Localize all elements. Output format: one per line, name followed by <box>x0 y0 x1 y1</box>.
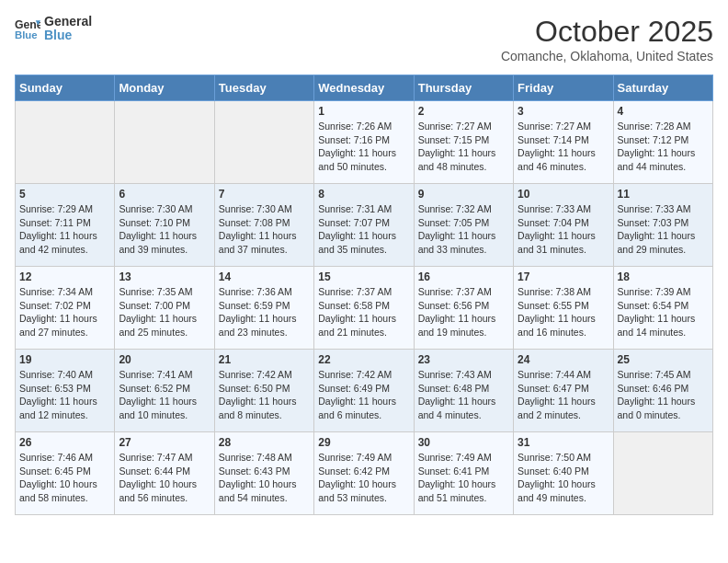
sunset: Sunset: 6:56 PM <box>418 300 490 311</box>
calendar-cell: 12Sunrise: 7:34 AMSunset: 7:02 PMDayligh… <box>16 267 115 350</box>
sunset: Sunset: 6:50 PM <box>219 383 290 394</box>
calendar-cell: 8Sunrise: 7:31 AMSunset: 7:07 PMDaylight… <box>314 184 414 267</box>
calendar-cell: 5Sunrise: 7:29 AMSunset: 7:11 PMDaylight… <box>16 184 115 267</box>
sunset: Sunset: 7:14 PM <box>518 134 589 145</box>
sunrise: Sunrise: 7:30 AM <box>219 203 292 214</box>
daylight: Daylight: 10 hours and 53 minutes. <box>318 478 396 503</box>
day-number: 28 <box>219 436 310 449</box>
daylight: Daylight: 11 hours and 27 minutes. <box>19 313 97 338</box>
calendar-cell: 20Sunrise: 7:41 AMSunset: 6:52 PMDayligh… <box>115 350 214 432</box>
sunrise: Sunrise: 7:30 AM <box>119 203 192 214</box>
daylight: Daylight: 11 hours and 8 minutes. <box>219 396 297 420</box>
calendar-cell: 2Sunrise: 7:27 AMSunset: 7:15 PMDaylight… <box>414 101 513 184</box>
sunset: Sunset: 7:16 PM <box>318 134 390 145</box>
day-info: Sunrise: 7:42 AMSunset: 6:50 PMDaylight:… <box>219 368 310 422</box>
day-header-monday: Monday <box>115 75 214 101</box>
day-number: 1 <box>318 105 409 118</box>
day-info: Sunrise: 7:48 AMSunset: 6:43 PMDaylight:… <box>219 451 310 505</box>
sunrise: Sunrise: 7:29 AM <box>19 203 93 214</box>
daylight: Daylight: 11 hours and 44 minutes. <box>618 147 696 172</box>
day-info: Sunrise: 7:41 AMSunset: 6:52 PMDaylight:… <box>119 368 210 422</box>
daylight: Daylight: 11 hours and 39 minutes. <box>119 230 197 255</box>
sunset: Sunset: 6:41 PM <box>418 465 490 477</box>
day-header-friday: Friday <box>514 75 613 101</box>
calendar-cell: 21Sunrise: 7:42 AMSunset: 6:50 PMDayligh… <box>214 350 313 432</box>
day-header-sunday: Sunday <box>16 75 115 101</box>
sunset: Sunset: 7:10 PM <box>119 217 190 228</box>
calendar-cell: 16Sunrise: 7:37 AMSunset: 6:56 PMDayligh… <box>414 267 513 350</box>
calendar-week-row: 12Sunrise: 7:34 AMSunset: 7:02 PMDayligh… <box>16 267 713 350</box>
sunset: Sunset: 6:55 PM <box>518 300 589 311</box>
sunset: Sunset: 6:40 PM <box>518 465 589 477</box>
day-number: 12 <box>19 270 110 283</box>
day-header-wednesday: Wednesday <box>314 75 414 101</box>
title-block: October 2025 Comanche, Oklahoma, United … <box>501 15 713 63</box>
day-number: 25 <box>618 353 709 366</box>
calendar-body: 1Sunrise: 7:26 AMSunset: 7:16 PMDaylight… <box>16 101 713 515</box>
calendar-cell: 9Sunrise: 7:32 AMSunset: 7:05 PMDaylight… <box>414 184 513 267</box>
sunset: Sunset: 7:05 PM <box>418 217 490 228</box>
day-info: Sunrise: 7:38 AMSunset: 6:55 PMDaylight:… <box>518 285 609 339</box>
calendar-cell: 25Sunrise: 7:45 AMSunset: 6:46 PMDayligh… <box>613 350 712 432</box>
calendar-cell <box>115 101 214 184</box>
day-info: Sunrise: 7:47 AMSunset: 6:44 PMDaylight:… <box>119 451 210 505</box>
sunrise: Sunrise: 7:39 AM <box>618 286 691 297</box>
calendar-cell: 6Sunrise: 7:30 AMSunset: 7:10 PMDaylight… <box>115 184 214 267</box>
sunrise: Sunrise: 7:41 AM <box>119 369 192 380</box>
sunset: Sunset: 7:03 PM <box>618 217 689 228</box>
calendar-cell: 3Sunrise: 7:27 AMSunset: 7:14 PMDaylight… <box>514 101 613 184</box>
sunrise: Sunrise: 7:38 AM <box>518 286 591 297</box>
sunrise: Sunrise: 7:27 AM <box>518 121 591 132</box>
sunrise: Sunrise: 7:35 AM <box>119 286 192 297</box>
sunrise: Sunrise: 7:42 AM <box>219 369 292 380</box>
day-info: Sunrise: 7:40 AMSunset: 6:53 PMDaylight:… <box>19 368 110 422</box>
daylight: Daylight: 11 hours and 48 minutes. <box>418 147 496 172</box>
daylight: Daylight: 11 hours and 50 minutes. <box>318 147 396 172</box>
logo: General Blue General Blue <box>15 15 92 43</box>
day-number: 24 <box>518 353 609 366</box>
sunset: Sunset: 7:02 PM <box>19 300 91 311</box>
day-number: 14 <box>219 270 310 283</box>
daylight: Daylight: 11 hours and 33 minutes. <box>418 230 496 255</box>
sunrise: Sunrise: 7:37 AM <box>418 286 492 297</box>
sunset: Sunset: 6:53 PM <box>19 383 91 394</box>
daylight: Daylight: 11 hours and 35 minutes. <box>318 230 396 255</box>
calendar-cell: 17Sunrise: 7:38 AMSunset: 6:55 PMDayligh… <box>514 267 613 350</box>
day-header-saturday: Saturday <box>613 75 712 101</box>
day-info: Sunrise: 7:39 AMSunset: 6:54 PMDaylight:… <box>618 285 709 339</box>
calendar-week-row: 26Sunrise: 7:46 AMSunset: 6:45 PMDayligh… <box>16 432 713 515</box>
day-info: Sunrise: 7:28 AMSunset: 7:12 PMDaylight:… <box>618 120 709 174</box>
daylight: Daylight: 10 hours and 58 minutes. <box>19 478 97 503</box>
sunrise: Sunrise: 7:36 AM <box>219 286 292 297</box>
daylight: Daylight: 10 hours and 54 minutes. <box>219 478 297 503</box>
day-number: 21 <box>219 353 310 366</box>
sunrise: Sunrise: 7:34 AM <box>19 286 93 297</box>
day-number: 4 <box>618 105 709 118</box>
sunrise: Sunrise: 7:43 AM <box>418 369 492 380</box>
calendar-cell <box>613 432 712 515</box>
day-info: Sunrise: 7:33 AMSunset: 7:04 PMDaylight:… <box>518 202 609 257</box>
sunset: Sunset: 6:45 PM <box>19 465 91 477</box>
day-info: Sunrise: 7:50 AMSunset: 6:40 PMDaylight:… <box>518 451 609 505</box>
logo-icon: General Blue <box>15 16 40 41</box>
sunrise: Sunrise: 7:27 AM <box>418 121 492 132</box>
day-number: 7 <box>219 188 310 201</box>
day-info: Sunrise: 7:33 AMSunset: 7:03 PMDaylight:… <box>618 202 709 257</box>
page-header: General Blue General Blue October 2025 C… <box>15 15 713 63</box>
day-info: Sunrise: 7:36 AMSunset: 6:59 PMDaylight:… <box>219 285 310 339</box>
daylight: Daylight: 11 hours and 16 minutes. <box>518 313 596 338</box>
day-number: 3 <box>518 105 609 118</box>
day-number: 2 <box>418 105 509 118</box>
day-number: 18 <box>618 270 709 283</box>
day-info: Sunrise: 7:31 AMSunset: 7:07 PMDaylight:… <box>318 202 409 257</box>
day-info: Sunrise: 7:37 AMSunset: 6:56 PMDaylight:… <box>418 285 509 339</box>
calendar-cell: 18Sunrise: 7:39 AMSunset: 6:54 PMDayligh… <box>613 267 712 350</box>
day-number: 30 <box>418 436 509 449</box>
day-info: Sunrise: 7:49 AMSunset: 6:41 PMDaylight:… <box>418 451 509 505</box>
daylight: Daylight: 11 hours and 2 minutes. <box>518 396 596 420</box>
calendar-cell: 27Sunrise: 7:47 AMSunset: 6:44 PMDayligh… <box>115 432 214 515</box>
sunrise: Sunrise: 7:49 AM <box>318 452 392 463</box>
sunrise: Sunrise: 7:31 AM <box>318 203 392 214</box>
month-title: October 2025 <box>501 15 713 49</box>
day-info: Sunrise: 7:46 AMSunset: 6:45 PMDaylight:… <box>19 451 110 505</box>
